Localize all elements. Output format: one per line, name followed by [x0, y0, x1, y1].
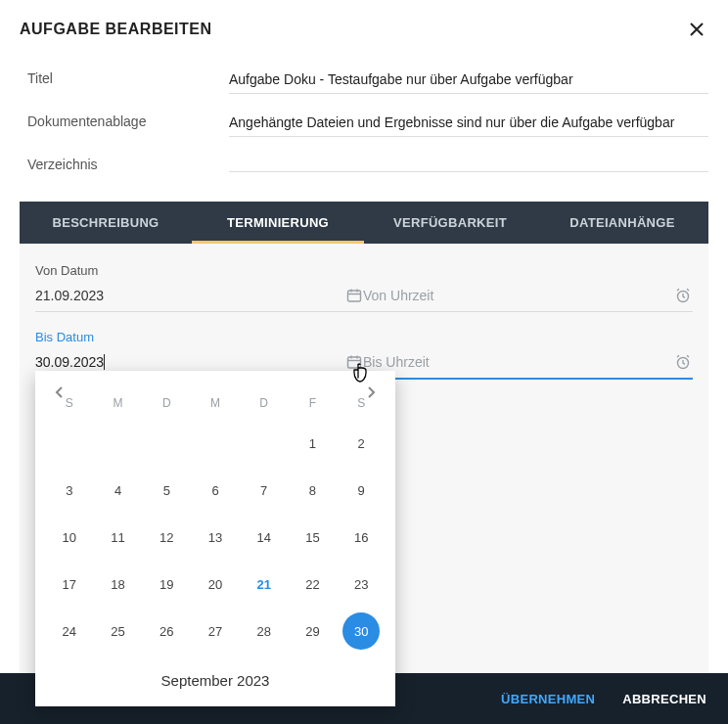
tab-attachments[interactable]: DATEIANHÄNGE: [536, 202, 708, 244]
calendar-day[interactable]: 12: [142, 514, 191, 561]
dialog-title: AUFGABE BEARBEITEN: [20, 21, 212, 38]
calendar-dow: D: [142, 396, 191, 410]
alarm-icon[interactable]: [673, 352, 693, 372]
calendar-day[interactable]: 13: [191, 514, 240, 561]
calendar-day[interactable]: 18: [94, 561, 143, 608]
ok-button[interactable]: ÜBERNEHMEN: [501, 692, 595, 706]
directory-value[interactable]: [229, 158, 708, 172]
docstore-label: Dokumentenablage: [27, 113, 229, 129]
calendar-dow: S: [45, 396, 94, 410]
calendar-day[interactable]: 10: [45, 514, 94, 561]
calendar-day: [240, 420, 289, 467]
calendar-day[interactable]: 7: [240, 467, 289, 514]
to-date-label: Bis Datum: [35, 330, 693, 344]
tabs: BESCHREIBUNG TERMINIERUNG VERFÜGBARKEIT …: [20, 202, 708, 244]
docstore-value[interactable]: Angehängte Dateien und Ergebnisse sind n…: [229, 107, 708, 137]
calendar-day[interactable]: 22: [289, 561, 338, 608]
calendar-dow: F: [289, 396, 338, 410]
calendar-day: [191, 420, 240, 467]
calendar-icon[interactable]: [345, 287, 363, 304]
calendar-day[interactable]: 11: [94, 514, 143, 561]
calendar-day[interactable]: 17: [45, 561, 94, 608]
calendar-day[interactable]: 16: [337, 514, 386, 561]
alarm-icon[interactable]: [673, 286, 693, 305]
directory-label: Verzeichnis: [27, 157, 229, 172]
calendar-day[interactable]: 15: [289, 514, 338, 561]
from-date-input[interactable]: [35, 286, 345, 305]
calendar-day[interactable]: 28: [240, 608, 289, 655]
calendar-day[interactable]: 20: [191, 561, 240, 608]
to-date-input[interactable]: 30.09.2023: [35, 352, 104, 372]
tab-scheduling[interactable]: TERMINIERUNG: [192, 202, 364, 244]
calendar-day[interactable]: 21: [240, 561, 289, 608]
calendar-day[interactable]: 9: [337, 467, 386, 514]
calendar-day: [94, 420, 143, 467]
title-label: Titel: [27, 70, 229, 86]
calendar-day[interactable]: 30: [337, 608, 386, 655]
calendar-day: [142, 420, 191, 467]
calendar-day[interactable]: 1: [289, 420, 338, 467]
tab-description[interactable]: BESCHREIBUNG: [20, 202, 192, 244]
close-icon: [689, 22, 705, 37]
close-button[interactable]: [685, 18, 708, 41]
cancel-button[interactable]: ABBRECHEN: [622, 692, 706, 706]
calendar-day[interactable]: 2: [337, 420, 386, 467]
calendar-icon[interactable]: [345, 353, 363, 371]
calendar-day[interactable]: 19: [142, 561, 191, 608]
calendar-dow: S: [337, 396, 386, 410]
calendar-month-title: September 2023: [45, 672, 386, 689]
calendar-dow: M: [94, 396, 143, 410]
svg-rect-2: [348, 357, 361, 368]
to-time-placeholder[interactable]: Bis Uhrzeit: [363, 354, 430, 370]
calendar-day[interactable]: 23: [337, 561, 386, 608]
calendar-dow: D: [240, 396, 289, 410]
from-date-label: Von Datum: [35, 263, 693, 278]
calendar-day: [45, 420, 94, 467]
calendar-dow: M: [191, 396, 240, 410]
tab-availability[interactable]: VERFÜGBARKEIT: [364, 202, 536, 244]
calendar-day[interactable]: 6: [191, 467, 240, 514]
calendar-day[interactable]: 24: [45, 608, 94, 655]
calendar-day[interactable]: 5: [142, 467, 191, 514]
from-time-placeholder[interactable]: Von Uhrzeit: [363, 288, 433, 303]
calendar-popup: SMDMDFS 12345678910111213141516171819202…: [35, 371, 395, 706]
calendar-day[interactable]: 8: [289, 467, 338, 514]
calendar-day[interactable]: 14: [240, 514, 289, 561]
svg-rect-0: [348, 291, 361, 301]
calendar-day[interactable]: 26: [142, 608, 191, 655]
calendar-day[interactable]: 25: [94, 608, 143, 655]
calendar-day[interactable]: 3: [45, 467, 94, 514]
calendar-day[interactable]: 27: [191, 608, 240, 655]
title-value[interactable]: Aufgabe Doku - Testaufgabe nur über Aufg…: [229, 64, 708, 94]
text-caret: [104, 354, 105, 370]
calendar-day[interactable]: 4: [94, 467, 143, 514]
calendar-day[interactable]: 29: [289, 608, 338, 655]
